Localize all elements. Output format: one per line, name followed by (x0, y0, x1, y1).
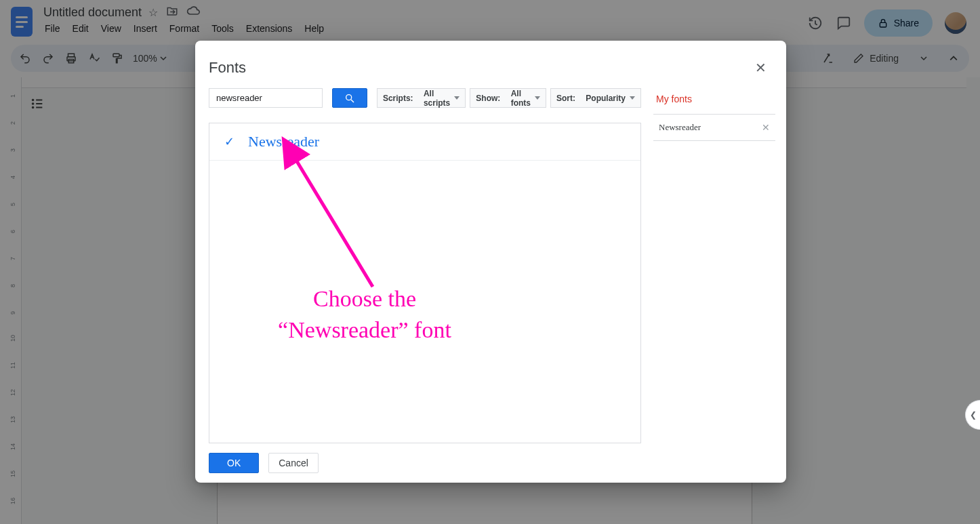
scripts-filter-dropdown[interactable]: Scripts: All scripts (377, 88, 466, 108)
svg-line-13 (351, 100, 354, 102)
check-icon: ✓ (224, 134, 234, 149)
ok-button[interactable]: OK (209, 453, 259, 473)
chevron-down-icon (535, 96, 540, 100)
close-icon[interactable]: ✕ (751, 58, 770, 77)
show-filter-dropdown[interactable]: Show: All fonts (470, 88, 546, 108)
font-results-list[interactable]: ✓ Newsreader (209, 123, 641, 443)
dialog-title: Fonts (209, 59, 246, 77)
search-button[interactable] (332, 88, 367, 108)
chevron-down-icon (454, 96, 460, 100)
search-icon (344, 93, 355, 104)
font-result-newsreader[interactable]: ✓ Newsreader (209, 123, 640, 161)
my-fonts-heading: My fonts (653, 88, 775, 114)
sort-filter-dropdown[interactable]: Sort: Popularity (550, 88, 641, 108)
my-font-label: Newsreader (659, 122, 701, 133)
chevron-down-icon (630, 96, 635, 100)
my-fonts-list: Newsreader ✕ (653, 114, 775, 141)
font-search-input[interactable] (209, 88, 323, 108)
fonts-dialog: Fonts ✕ Scripts: All scripts Show: All f… (195, 41, 786, 483)
font-result-label: Newsreader (248, 133, 319, 150)
svg-point-12 (346, 94, 352, 100)
my-font-item[interactable]: Newsreader ✕ (653, 115, 775, 140)
cancel-button[interactable]: Cancel (268, 453, 319, 473)
remove-font-icon[interactable]: ✕ (762, 122, 770, 134)
